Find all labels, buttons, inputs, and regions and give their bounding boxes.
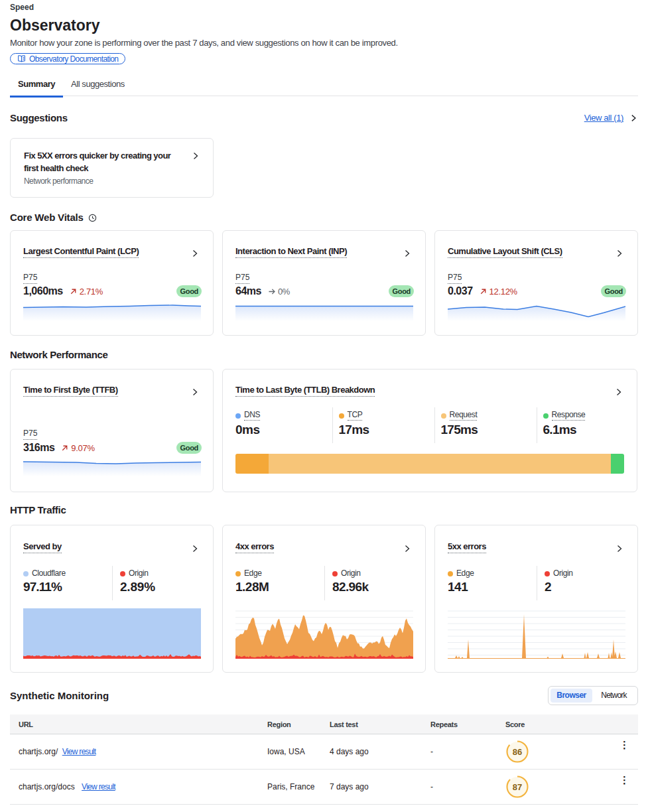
svg-text:87: 87 bbox=[513, 782, 522, 792]
svg-text:86: 86 bbox=[513, 747, 522, 757]
